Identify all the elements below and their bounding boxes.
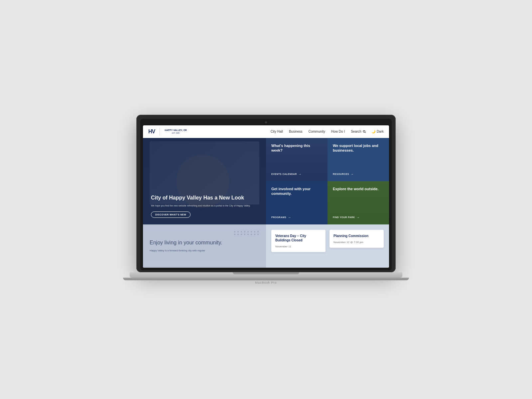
moon-icon: 🌙: [371, 130, 375, 133]
logo-divider: [160, 128, 160, 136]
dots-decoration: [234, 231, 259, 235]
dark-mode-toggle[interactable]: 🌙 Dark: [371, 130, 384, 133]
event-date-1: November 12 @ 7:00 pm: [333, 241, 380, 244]
main-nav: HV HAPPY VALLEY, OR EST. 1965 City Hall …: [143, 125, 389, 138]
svg-point-0: [363, 130, 365, 132]
logo-city-name: HAPPY VALLEY, OR: [165, 129, 187, 132]
parks-card-title: Explore the world outside.: [333, 187, 384, 191]
nav-item-business[interactable]: Business: [289, 130, 303, 133]
event-title-0: Veterans Day – City Buildings Closed: [275, 234, 322, 242]
dot: [257, 231, 259, 232]
macbook-frame: HV HAPPY VALLEY, OR EST. 1965 City Hall …: [136, 115, 396, 284]
search-label: Search: [351, 130, 361, 133]
macbook-label: MacBook Pro: [255, 281, 277, 284]
dot: [237, 231, 239, 232]
hero-cards: What's happening this week? EVENTS CALEN…: [266, 138, 389, 224]
discover-button[interactable]: DISCOVER WHAT'S NEW: [151, 211, 191, 218]
bottom-section: Enjoy living in your community. Happy Va…: [143, 224, 389, 268]
dot: [244, 234, 245, 235]
screen-bezel: HV HAPPY VALLEY, OR EST. 1965 City Hall …: [140, 119, 392, 270]
svg-line-1: [365, 132, 366, 133]
resources-link[interactable]: RESOURCES →: [333, 172, 384, 176]
logo-est: EST. 1965: [165, 132, 187, 134]
event-card-0[interactable]: Veterans Day – City Buildings Closed Nov…: [271, 230, 326, 252]
dot: [234, 234, 235, 235]
dot: [234, 231, 235, 232]
parks-link-label: FIND YOUR PARK: [333, 216, 355, 218]
events-arrow-icon: →: [298, 172, 302, 176]
programs-arrow-icon: →: [288, 215, 291, 219]
nav-search[interactable]: Search: [351, 130, 366, 133]
programs-card-title: Get involved with your community.: [271, 187, 322, 196]
screen-outer: HV HAPPY VALLEY, OR EST. 1965 City Hall …: [136, 115, 396, 272]
event-card-1[interactable]: Planning Commission November 12 @ 7:00 p…: [330, 230, 384, 248]
parks-arrow-icon: →: [356, 215, 360, 219]
nav-item-howdoi[interactable]: How Do I: [331, 130, 345, 133]
community-description: Happy Valley is a forward-thinking city …: [150, 249, 259, 253]
dot: [241, 234, 242, 235]
resources-link-label: RESOURCES: [333, 173, 349, 175]
hero-title: City of Happy Valley Has a New Look: [151, 195, 258, 201]
resources-arrow-icon: →: [350, 172, 354, 176]
hero-main: City of Happy Valley Has a New Look We h…: [143, 138, 266, 224]
community-section: Enjoy living in your community. Happy Va…: [143, 224, 266, 268]
dark-label: Dark: [377, 130, 384, 133]
events-card-title: What's happening this week?: [271, 143, 322, 153]
events-section: Veterans Day – City Buildings Closed Nov…: [266, 224, 389, 268]
dot: [257, 234, 259, 235]
nav-menu: City Hall Business Community How Do I Se…: [271, 130, 366, 133]
nav-item-cityhall[interactable]: City Hall: [271, 130, 283, 133]
site-logo[interactable]: HV HAPPY VALLEY, OR EST. 1965: [148, 128, 187, 136]
events-card: What's happening this week? EVENTS CALEN…: [266, 138, 328, 181]
dot: [244, 231, 245, 232]
parks-link[interactable]: FIND YOUR PARK →: [333, 215, 384, 219]
macbook-notch: [233, 272, 299, 274]
macbook-bottom-bar: [130, 272, 402, 278]
programs-card: Get involved with your community. PROGRA…: [266, 181, 328, 224]
search-icon: [363, 130, 366, 133]
logo-name-block: HAPPY VALLEY, OR EST. 1965: [165, 129, 187, 134]
dot: [247, 234, 249, 235]
hero-subtitle: We hope you find the new website refresh…: [151, 204, 258, 208]
resources-card: We support local jobs and businesses. RE…: [328, 138, 389, 181]
dot: [254, 231, 255, 232]
camera: [265, 121, 267, 123]
macbook-foot: [123, 278, 409, 280]
programs-link[interactable]: PROGRAMS →: [271, 215, 322, 219]
hero-section: City of Happy Valley Has a New Look We h…: [143, 138, 389, 224]
website-screen: HV HAPPY VALLEY, OR EST. 1965 City Hall …: [143, 125, 389, 268]
dot: [254, 234, 255, 235]
events-link-label: EVENTS CALENDAR: [271, 173, 297, 175]
dot: [251, 234, 252, 235]
dot: [237, 234, 239, 235]
dot: [247, 231, 249, 232]
community-tagline: Enjoy living in your community.: [150, 239, 259, 246]
parks-card: Explore the world outside. FIND YOUR PAR…: [328, 181, 389, 224]
event-title-1: Planning Commission: [333, 234, 380, 238]
logo-hv-text: HV: [148, 129, 155, 135]
events-calendar-link[interactable]: EVENTS CALENDAR →: [271, 172, 322, 176]
dot: [251, 231, 252, 232]
nav-item-community[interactable]: Community: [308, 130, 325, 133]
event-date-0: November 11: [275, 245, 322, 248]
dot: [241, 231, 242, 232]
resources-card-title: We support local jobs and businesses.: [333, 143, 384, 153]
programs-link-label: PROGRAMS: [271, 216, 286, 218]
